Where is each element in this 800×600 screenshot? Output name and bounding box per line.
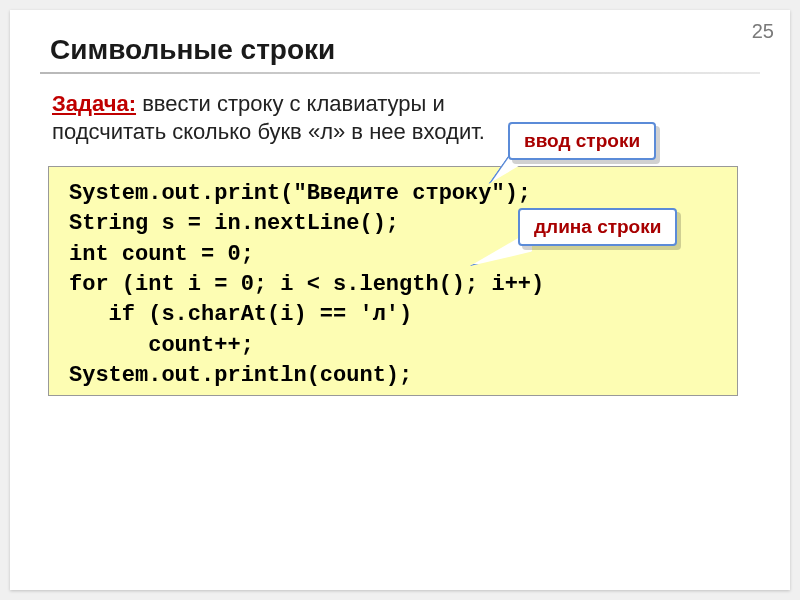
callout-length: длина строки: [518, 208, 677, 246]
page-number: 25: [752, 20, 774, 43]
slide: 25 Символьные строки Задача: ввести стро…: [10, 10, 790, 590]
task-text: Задача: ввести строку с клавиатуры и под…: [52, 90, 530, 145]
code-block: System.out.print("Введите строку"); Stri…: [48, 166, 738, 396]
task-label: Задача:: [52, 91, 136, 116]
callout-input: ввод строки: [508, 122, 656, 160]
title-rule: [40, 72, 760, 74]
slide-title: Символьные строки: [50, 34, 335, 66]
